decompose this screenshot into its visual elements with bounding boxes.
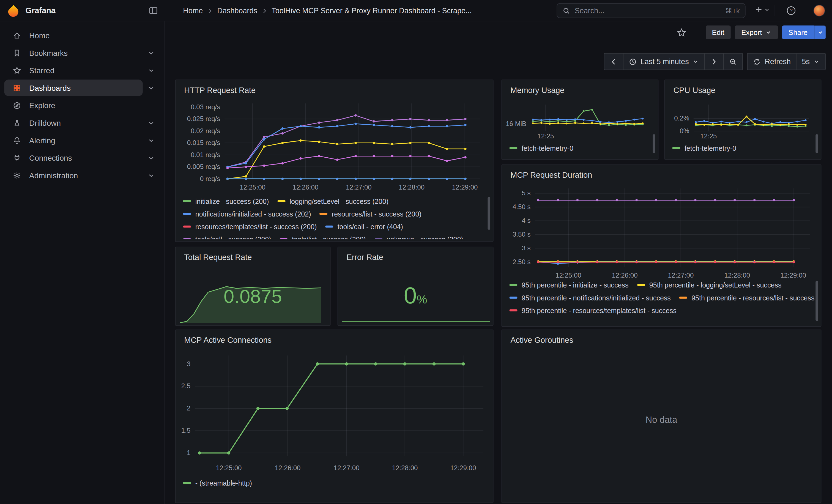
sidebar-item-starred[interactable]: Starred	[4, 62, 160, 79]
panel-title[interactable]: Total Request Rate	[184, 253, 252, 262]
panel-title[interactable]: CPU Usage	[673, 85, 716, 95]
svg-text:12:28:00: 12:28:00	[399, 184, 424, 191]
svg-text:0%: 0%	[680, 127, 689, 135]
legend-item[interactable]: unknown - success (200)	[374, 233, 463, 239]
legend-label: tools/call - success (200)	[196, 235, 271, 239]
search-input-wrap[interactable]: ⌘+k	[556, 3, 746, 18]
refresh-button[interactable]: Refresh	[747, 53, 797, 70]
panel-title[interactable]: Active Goroutines	[510, 335, 573, 344]
time-series-chart[interactable]: 16 MiB12:25	[506, 102, 651, 140]
chevron-left-icon	[610, 57, 618, 65]
sidebar-item-dashboards[interactable]: Dashboards	[4, 79, 160, 97]
sidebar-item-drilldown[interactable]: Drilldown	[4, 114, 160, 132]
svg-text:12:29:00: 12:29:00	[452, 184, 478, 191]
sidebar-toggle-icon[interactable]	[149, 6, 158, 16]
legend-item[interactable]: 95th percentile - notifications/initiali…	[509, 291, 671, 304]
time-shift-forward-button[interactable]	[704, 53, 724, 70]
legend-label: fetch-telemetry-0	[684, 144, 736, 152]
svg-text:0.025 req/s: 0.025 req/s	[187, 115, 220, 123]
svg-text:12:29:00: 12:29:00	[780, 271, 806, 279]
chevron-down-icon[interactable]	[148, 67, 155, 74]
legend-marker	[325, 226, 333, 228]
svg-text:12:25: 12:25	[700, 132, 717, 140]
zoom-out-button[interactable]	[723, 53, 743, 70]
time-shift-back-button[interactable]	[604, 53, 623, 70]
panel-title[interactable]: HTTP Request Rate	[184, 85, 256, 95]
grafana-logo-icon[interactable]	[6, 4, 20, 18]
chevron-down-icon[interactable]	[148, 172, 155, 179]
panel-title[interactable]: Memory Usage	[510, 85, 564, 95]
chevron-down-icon[interactable]	[148, 49, 155, 56]
nav-list: Home Bookmarks Starred Dashboards	[0, 21, 164, 184]
legend-item[interactable]: tools/list - success (200)	[280, 233, 366, 239]
nav-sidebar: Home Bookmarks Starred Dashboards	[0, 21, 165, 504]
clock-icon	[629, 57, 637, 65]
legend-scrollbar[interactable]	[488, 197, 490, 230]
user-avatar[interactable]	[813, 5, 825, 16]
chevron-down-icon[interactable]	[148, 137, 155, 144]
legend-item[interactable]: notifications/initialized - success (202…	[183, 207, 311, 220]
panel-title[interactable]: MCP Active Connections	[184, 335, 271, 344]
legend-item[interactable]: tools/call - error (404)	[325, 220, 403, 233]
favorite-star-icon[interactable]	[677, 28, 686, 37]
chevron-down-icon[interactable]	[148, 119, 155, 127]
chevron-down-icon[interactable]	[148, 84, 155, 91]
legend-scrollbar[interactable]	[815, 134, 818, 153]
chevron-down-icon[interactable]	[148, 154, 155, 161]
legend-item[interactable]: resources/templates/list - success (200)	[183, 220, 317, 233]
time-series-chart[interactable]: 32.521.5112:25:0012:26:0012:27:0012:28:0…	[180, 351, 490, 472]
time-series-chart[interactable]: 0.2%0%12:25	[669, 102, 813, 140]
legend-item[interactable]: fetch-telemetry-0	[509, 142, 573, 154]
share-menu-button[interactable]	[814, 26, 825, 39]
svg-text:3: 3	[187, 360, 190, 368]
legend-item[interactable]: - (streamable-http)	[183, 477, 252, 489]
legend-marker	[280, 238, 287, 239]
legend-item[interactable]: logging/setLevel - success (200)	[277, 195, 389, 207]
share-button[interactable]: Share	[782, 26, 814, 39]
time-range-picker[interactable]: Last 5 minutes	[623, 53, 705, 70]
svg-text:2.50 s: 2.50 s	[513, 258, 531, 265]
legend-scrollbar[interactable]	[815, 281, 818, 321]
sidebar-item-explore[interactable]: Explore	[4, 97, 160, 114]
edit-button[interactable]: Edit	[705, 26, 730, 39]
sidebar-item-bookmarks[interactable]: Bookmarks	[4, 44, 160, 62]
legend-label: resources/templates/list - success (200)	[196, 222, 317, 231]
breadcrumb-dashboards[interactable]: Dashboards	[217, 6, 257, 15]
breadcrumb-home[interactable]: Home	[183, 6, 203, 15]
export-button[interactable]: Export	[735, 26, 778, 39]
help-icon[interactable]: ?	[786, 5, 797, 16]
refresh-interval-picker[interactable]: 5s	[796, 53, 826, 70]
panel-title[interactable]: Error Rate	[346, 253, 383, 262]
svg-text:4.50 s: 4.50 s	[513, 203, 531, 210]
legend-item[interactable]: 95th percentile - initialize - success	[509, 279, 628, 291]
sidebar-item-home[interactable]: Home	[4, 26, 160, 44]
legend-item[interactable]: initialize - success (200)	[183, 195, 269, 207]
bookmark-icon	[12, 48, 21, 57]
legend-item[interactable]: 95th percentile - resources/templates/li…	[509, 304, 676, 317]
search-input[interactable]	[575, 6, 721, 15]
legend-item[interactable]: 95th percentile - logging/setLevel - suc…	[637, 279, 781, 291]
legend-item[interactable]: tools/call - success (200)	[183, 233, 271, 239]
new-menu-button[interactable]	[754, 5, 770, 14]
dashboard-actions: Edit Export Share	[705, 26, 825, 39]
zoom-out-icon	[729, 57, 737, 65]
sidebar-item-label: Drilldown	[29, 118, 61, 127]
home-icon	[12, 31, 21, 39]
plus-icon	[754, 5, 763, 14]
sidebar-item-label: Dashboards	[29, 84, 71, 92]
legend-item[interactable]: resources/list - success (200)	[319, 207, 421, 220]
sidebar-item-connections[interactable]: Connections	[4, 149, 160, 167]
legend-item[interactable]: fetch-telemetry-0	[672, 142, 736, 154]
legend-scrollbar[interactable]	[653, 134, 655, 153]
svg-text:2: 2	[187, 404, 190, 412]
legend-label: logging/setLevel - success (200)	[289, 197, 389, 205]
sidebar-item-label: Starred	[29, 66, 54, 75]
legend-item[interactable]: 95th percentile - resources/list - succe…	[679, 291, 815, 304]
time-series-chart[interactable]: 0.03 req/s0.025 req/s0.02 req/s0.015 req…	[179, 100, 488, 192]
svg-text:0.03 req/s: 0.03 req/s	[191, 103, 220, 111]
panel-title[interactable]: MCP Request Duration	[510, 170, 592, 179]
time-series-chart[interactable]: 5 s4.50 s4 s3.50 s3 s2.50 s12:25:0012:26…	[506, 184, 817, 280]
sidebar-item-administration[interactable]: Administration	[4, 167, 160, 184]
flask-icon	[12, 118, 21, 127]
sidebar-item-alerting[interactable]: Alerting	[4, 132, 160, 149]
